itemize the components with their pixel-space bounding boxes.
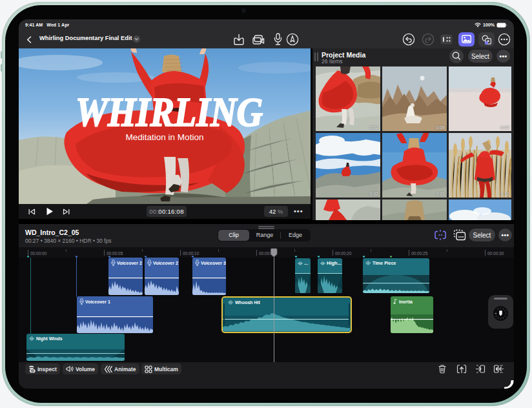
svg-text:WHIRLING: WHIRLING: [76, 89, 263, 135]
svg-text:00:00:10: 00:00:10: [183, 251, 200, 256]
svg-text:00:00:20: 00:00:20: [335, 251, 352, 256]
svg-text:00:00:05: 00:00:05: [107, 251, 123, 256]
svg-text:00:00:25: 00:00:25: [411, 251, 428, 256]
svg-text:Meditation in Motion: Meditation in Motion: [126, 132, 204, 142]
svg-text:00:00:00: 00:00:00: [30, 251, 47, 256]
svg-text:00:00:30: 00:00:30: [487, 251, 504, 256]
